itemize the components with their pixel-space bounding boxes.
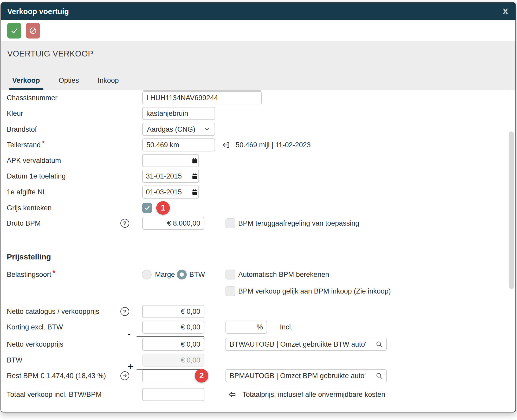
calendar-icon bbox=[191, 188, 198, 196]
row-btw: BTW bbox=[1, 354, 515, 367]
row-rest-bpm: Rest BPM € 1.474,40 (18,43 %) 2 BPMAUTOG… bbox=[1, 369, 515, 382]
close-button[interactable]: X bbox=[503, 7, 508, 16]
required-asterisk: * bbox=[42, 139, 45, 147]
tab-opties[interactable]: Opties bbox=[55, 77, 82, 90]
field-label: Brandstof bbox=[7, 123, 37, 136]
totaal-input[interactable] bbox=[142, 388, 204, 401]
field-label: APK vervaldatum bbox=[7, 154, 61, 167]
auto-bpm-checkbox[interactable] bbox=[225, 270, 235, 279]
field-label: Grijs kenteken bbox=[7, 201, 52, 214]
help-icon[interactable]: ? bbox=[120, 219, 129, 228]
netto-verkoopprijs-input[interactable] bbox=[142, 338, 204, 351]
confirm-button[interactable] bbox=[7, 23, 21, 39]
row-afgifte-nl: 1e afgifte NL bbox=[1, 186, 515, 199]
checkmark-icon bbox=[10, 27, 18, 35]
kleur-input[interactable] bbox=[142, 107, 215, 120]
bpm-teruggaaf-checkbox[interactable] bbox=[225, 218, 235, 228]
checkbox-label: Automatisch BPM berekenen bbox=[238, 268, 329, 281]
bpm-ledger-field[interactable]: BPMAUTOGB | Omzet BPM gebruikte auto' bbox=[225, 369, 387, 382]
brandstof-select[interactable]: Aardgas (CNG) bbox=[142, 123, 215, 136]
field-label: BTW bbox=[7, 354, 22, 367]
row-apk-vervaldatum: APK vervaldatum bbox=[1, 154, 515, 167]
search-icon[interactable] bbox=[375, 340, 383, 348]
radio-btw[interactable] bbox=[177, 270, 187, 279]
apk-date-input[interactable] bbox=[143, 155, 191, 167]
bruto-bpm-input[interactable] bbox=[142, 217, 204, 230]
calendar-icon bbox=[191, 173, 198, 180]
afgifte-date-field bbox=[142, 186, 199, 199]
field-label: Netto verkoopprijs bbox=[7, 338, 63, 351]
search-icon[interactable] bbox=[375, 372, 383, 380]
tab-verkoop[interactable]: Verkoop bbox=[9, 77, 43, 90]
row-kleur: Kleur bbox=[1, 107, 515, 120]
row-belastingsoort: Belastingsoort* Marge BTW Automatisch BP… bbox=[1, 268, 515, 281]
minus-operator: - bbox=[127, 329, 131, 339]
row-bruto-bpm: Bruto BPM ? BPM teruggaafregeling van to… bbox=[1, 217, 515, 230]
row-datum-1e-toelating: Datum 1e toelating bbox=[1, 170, 515, 183]
clipped-input[interactable] bbox=[142, 90, 262, 91]
tellerstand-input[interactable] bbox=[142, 138, 215, 151]
ledger-value: BTWAUTOGB | Omzet gebruikte BTW auto' bbox=[230, 340, 373, 348]
plus-operator: + bbox=[127, 361, 133, 371]
bpm-gelijk-checkbox[interactable] bbox=[225, 286, 235, 296]
btw-ledger-field[interactable]: BTWAUTOGB | Omzet gebruikte BTW auto' bbox=[225, 338, 387, 351]
checkmark-icon bbox=[144, 205, 150, 211]
korting-percentage-input[interactable] bbox=[225, 321, 267, 334]
calendar-button[interactable] bbox=[191, 155, 198, 167]
sell-vehicle-dialog: Verkoop voertuig X VOERTUIG VERKOOP Verk… bbox=[1, 2, 516, 412]
row-totaal: Totaal verkoop incl. BTW/BPM Totaalprijs… bbox=[1, 388, 515, 401]
field-label: Bruto BPM bbox=[7, 217, 41, 230]
calendar-button[interactable] bbox=[191, 170, 198, 182]
radio-label-btw: BTW bbox=[189, 268, 205, 281]
grijs-kenteken-checkbox[interactable] bbox=[142, 203, 152, 213]
return-arrow-icon bbox=[222, 141, 231, 149]
notification-badge-2: 2 bbox=[195, 369, 208, 383]
ledger-value: BPMAUTOGB | Omzet BPM gebruikte auto' bbox=[230, 372, 373, 380]
vertical-scrollbar[interactable] bbox=[508, 90, 515, 411]
field-label: Kleur bbox=[7, 107, 23, 120]
required-asterisk: * bbox=[53, 269, 55, 277]
toelating-date-input[interactable] bbox=[143, 170, 191, 182]
row-netto-catalogus: Netto catalogus / verkoopprijs ? bbox=[1, 305, 515, 318]
tab-bar: Verkoop Opties Inkoop bbox=[9, 77, 122, 90]
apk-date-field bbox=[142, 154, 199, 167]
notification-badge-1: 1 bbox=[156, 201, 170, 215]
field-label: Belastingsoort* bbox=[7, 268, 55, 281]
korting-input[interactable] bbox=[142, 321, 204, 334]
field-label: 1e afgifte NL bbox=[7, 186, 47, 199]
checkbox-label: BPM verkoop gelijk aan BPM inkoop (Zie i… bbox=[238, 285, 391, 298]
arrow-left-hollow-icon bbox=[228, 390, 236, 399]
field-label: Rest BPM € 1.474,40 (18,43 %) bbox=[7, 369, 106, 382]
help-icon[interactable]: ? bbox=[120, 307, 129, 316]
prohibition-icon bbox=[29, 27, 37, 35]
row-grijs-kenteken: Grijs kenteken 1 bbox=[1, 201, 515, 214]
cancel-button[interactable] bbox=[26, 23, 40, 39]
field-label: Tellerstand* bbox=[7, 138, 45, 151]
row-brandstof: Brandstof Aardgas (CNG) bbox=[1, 123, 515, 136]
dialog-title: Verkoop voertuig bbox=[7, 7, 69, 16]
tab-inkoop[interactable]: Inkoop bbox=[94, 77, 122, 90]
field-label: Datum 1e toelating bbox=[7, 170, 66, 183]
addition-line bbox=[137, 369, 204, 370]
row-tellerstand: Tellerstand* 50.469 mijl | 11-02-2023 bbox=[1, 138, 515, 151]
netto-catalogus-input[interactable] bbox=[142, 305, 204, 318]
subtraction-line bbox=[137, 336, 204, 337]
row-netto-verkoopprijs: Netto verkoopprijs BTWAUTOGB | Omzet geb… bbox=[1, 338, 515, 351]
page-title: VOERTUIG VERKOOP bbox=[7, 49, 93, 59]
arrow-right-circle-icon[interactable] bbox=[120, 371, 129, 380]
dialog-titlebar: Verkoop voertuig X bbox=[1, 3, 515, 20]
row-bpm-gelijk: BPM verkoop gelijk aan BPM inkoop (Zie i… bbox=[1, 285, 515, 298]
scrollbar-thumb[interactable] bbox=[509, 131, 514, 289]
checkbox-label: BPM teruggaafregeling van toepassing bbox=[238, 217, 359, 230]
afgifte-date-input[interactable] bbox=[143, 186, 191, 198]
form-header-band: VOERTUIG VERKOOP Verkoop Opties Inkoop bbox=[1, 41, 515, 90]
calendar-icon bbox=[191, 157, 198, 164]
btw-input bbox=[142, 354, 204, 367]
calendar-button[interactable] bbox=[191, 186, 198, 198]
odometer-conversion-text: 50.469 mijl | 11-02-2023 bbox=[236, 138, 311, 151]
chevron-down-icon bbox=[204, 126, 210, 133]
radio-label-marge: Marge bbox=[155, 268, 175, 281]
chassisnummer-input[interactable] bbox=[142, 91, 262, 104]
dialog-toolbar bbox=[1, 20, 515, 41]
radio-marge[interactable] bbox=[142, 270, 152, 279]
